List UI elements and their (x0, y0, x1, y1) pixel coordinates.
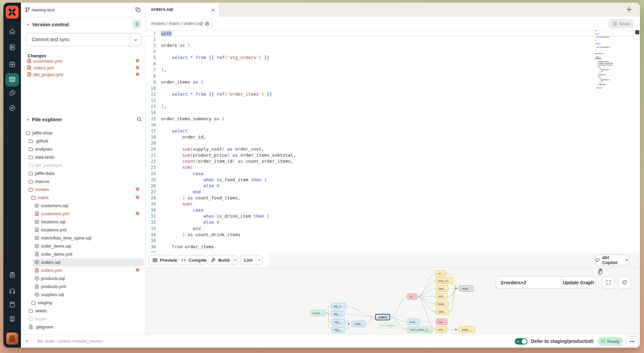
update-graph-button[interactable]: Update Graph (561, 277, 595, 288)
tree-item-macros[interactable]: macros (21, 178, 145, 186)
tree-item-orders-sql[interactable]: orders.sql (21, 258, 145, 266)
rail-item-organization[interactable] (5, 313, 19, 326)
line-number: 33 (146, 226, 161, 232)
rail-item-studio-ide[interactable] (5, 73, 19, 87)
lineage-node-orders[interactable]: orders (375, 314, 390, 320)
tree-item-metricflow-time-spine-sql[interactable]: metricflow_time_spine.sql (21, 234, 145, 242)
lineage-node-ecom[interactable]: ecom.... (310, 310, 326, 316)
tree-item-customers-sql[interactable]: customers.sql (21, 202, 145, 210)
lineage-node-stg1[interactable]: stg_o... (331, 303, 346, 309)
folder-icon (28, 316, 33, 321)
more-options-button[interactable]: ••• (626, 336, 638, 347)
tree-item-staging[interactable]: staging (21, 299, 145, 307)
lineage-node-grayorde[interactable]: orde... (459, 285, 474, 292)
changed-file-row[interactable]: dbt_project.yml M (21, 71, 145, 78)
lineage-node-ordery2[interactable]: order_... (459, 326, 475, 333)
close-tab-icon[interactable] (211, 7, 215, 11)
tree-item-dbt-packages[interactable]: dbt_packages (21, 161, 145, 169)
chevron-down-icon[interactable] (26, 22, 30, 27)
rail-item-support[interactable] (5, 285, 19, 298)
code-line-1: 1with (146, 30, 640, 36)
tree-item-products-sql[interactable]: products.sql (21, 275, 145, 283)
tree-item-customers-yml[interactable]: customers.ymlM (21, 210, 145, 218)
lineage-node-y6[interactable]: drin... (436, 309, 449, 315)
tree-item-order-items-sql[interactable]: order_items.sql (21, 242, 145, 250)
refresh-button[interactable] (618, 276, 631, 289)
file-explorer-title[interactable]: File explorer (32, 117, 62, 122)
lineage-node-cuspink[interactable]: cus... (436, 319, 447, 325)
lineage-node-ghost[interactable]: test_supply... (378, 322, 399, 328)
chevron-up-icon[interactable] (24, 339, 29, 344)
tree-item-marts[interactable]: martsM (21, 194, 145, 202)
tree-item-locations-sql[interactable]: locations.sql (21, 218, 145, 226)
save-button[interactable]: Save (608, 19, 634, 29)
tree-item-order-items-yml[interactable]: order_items.yml (21, 250, 145, 258)
lineage-node-y3[interactable]: larg... (436, 285, 448, 292)
chevron-down-icon[interactable] (26, 117, 30, 122)
open-in-explorer-button[interactable] (202, 19, 212, 28)
info-icon[interactable] (589, 339, 594, 344)
rail-item-deploy[interactable] (5, 41, 19, 55)
tab-orders-sql[interactable]: orders.sql (146, 3, 219, 17)
code-editor[interactable]: 1with23orders as (45 select * from {{ re… (146, 30, 640, 253)
rail-item-orchestration[interactable] (5, 87, 19, 100)
lineage-selector-input[interactable] (496, 277, 561, 288)
lineage-node-cust[interactable]: cust... (407, 319, 420, 325)
new-tab-button[interactable] (626, 6, 633, 13)
lineage-node-y5[interactable]: food... (436, 301, 448, 307)
lineage-node-y1[interactable]: or... (436, 270, 446, 277)
lineage-node-orpink[interactable]: or... (407, 293, 417, 300)
minimap-line (599, 34, 599, 34)
tree-item-locations-yml[interactable]: locations.yml (21, 226, 145, 234)
tree-item--github[interactable]: .github (21, 137, 145, 145)
fullscreen-button[interactable] (602, 276, 615, 289)
tree-item-products-yml[interactable]: products.yml (21, 283, 145, 291)
chevron-down-icon[interactable] (256, 258, 262, 262)
build-button[interactable]: Build (207, 255, 238, 265)
rail-item-home[interactable] (5, 25, 19, 38)
dbt-copilot-button[interactable]: dbt Copilot (595, 255, 630, 265)
changed-file-row[interactable]: customers.yml M (21, 58, 145, 64)
commit-and-sync-button[interactable]: Commit and sync (26, 33, 142, 46)
tree-item-seeds[interactable]: seeds (21, 307, 145, 315)
compile-button[interactable]: Compile (177, 255, 205, 265)
copy-branch-icon[interactable] (135, 7, 141, 13)
changed-file-row[interactable]: orders.yml M (21, 64, 145, 71)
tree-item-analyses[interactable]: analyses (21, 145, 145, 153)
lineage-node-stg3[interactable]: stg_... (332, 319, 345, 325)
tree-item-orders-yml[interactable]: orders.ymlM (21, 266, 145, 275)
tree-item-target[interactable]: target (21, 315, 145, 323)
tree-item-data-tests[interactable]: data-tests (21, 153, 145, 161)
lineage-node-y4[interactable]: ord... (436, 293, 448, 299)
rail-item-explore[interactable] (5, 102, 19, 115)
tree-item-jaffle-shop[interactable]: jaffle-shop (21, 129, 145, 137)
lineage-node-stg2[interactable]: stg_... (331, 311, 345, 317)
dbt-logo[interactable] (6, 6, 19, 19)
dbt-command-input[interactable] (37, 334, 293, 348)
button-label: Preview (160, 258, 177, 263)
tree-item-supplies-sql[interactable]: supplies.sql (21, 291, 145, 299)
lineage-node-testorder[interactable]: test_order_it... (407, 326, 433, 333)
rail-item-notebooks[interactable] (5, 298, 19, 312)
editor-scrollbar[interactable] (635, 30, 639, 34)
preview-button[interactable]: Preview (148, 255, 175, 265)
user-avatar[interactable] (6, 332, 18, 345)
chevron-down-icon[interactable] (233, 258, 237, 262)
rail-item-tasks[interactable] (5, 269, 19, 282)
rail-item-catalog[interactable] (5, 58, 19, 72)
lineage-node-y2[interactable]: new_cu... (436, 278, 453, 284)
lineage-node-ordeL[interactable]: orde... (352, 321, 366, 327)
code-line-21: 21 sum(product_price) as order_items_sub… (146, 152, 640, 158)
lineage-node-ordy[interactable]: ord... (436, 326, 447, 333)
tree-item--gitignore[interactable]: .gitignore (21, 323, 145, 331)
search-icon[interactable] (137, 117, 142, 122)
lint-button[interactable]: Lint (240, 255, 262, 265)
minimap[interactable] (595, 30, 624, 104)
minimap-line (609, 69, 610, 70)
tree-item-models[interactable]: modelsM (21, 186, 145, 194)
chevron-down-icon[interactable] (133, 37, 138, 42)
lineage-node-stg4[interactable]: stg_... (332, 326, 345, 333)
version-control-title[interactable]: Version control (32, 22, 69, 27)
defer-toggle[interactable] (515, 338, 527, 345)
tree-item-jaffle-data[interactable]: jaffle-data (21, 169, 145, 178)
